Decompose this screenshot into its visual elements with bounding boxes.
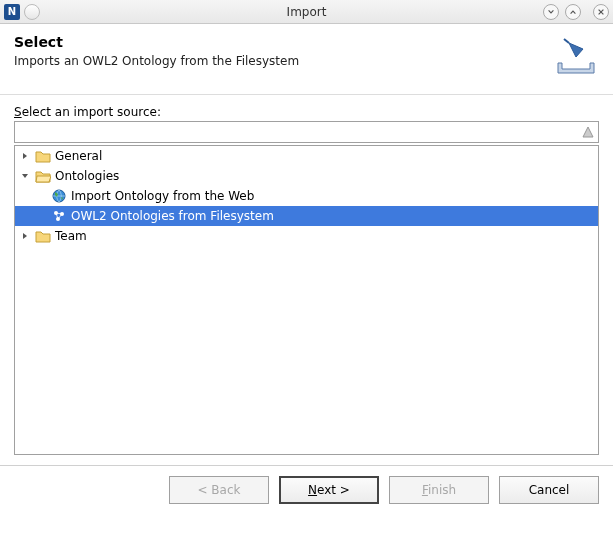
folder-icon <box>35 149 51 163</box>
wizard-title: Select <box>14 34 299 50</box>
import-icon <box>553 34 599 80</box>
tree-item-team[interactable]: Team <box>15 226 598 246</box>
expand-icon[interactable] <box>19 230 31 242</box>
filter-row <box>14 121 599 143</box>
titlebar-menu-button[interactable] <box>24 4 40 20</box>
collapse-icon[interactable] <box>19 170 31 182</box>
back-button: < Back <box>169 476 269 504</box>
folder-open-icon <box>35 169 51 183</box>
expander-spacer <box>35 190 47 202</box>
wizard-body: Select an import source: General Ontolo <box>0 95 613 465</box>
tree-item-label: Import Ontology from the Web <box>71 189 254 203</box>
tree-item-label: Ontologies <box>55 169 119 183</box>
wizard-header: Select Imports an OWL2 Ontology from the… <box>0 24 613 95</box>
filter-input[interactable] <box>15 122 578 142</box>
tree-item-owl2-filesystem[interactable]: OWL2 Ontologies from Filesystem <box>15 206 598 226</box>
window-title: Import <box>287 5 327 19</box>
cancel-button[interactable]: Cancel <box>499 476 599 504</box>
wizard-button-bar: < Back Next > Finish Cancel <box>0 465 613 514</box>
globe-icon <box>51 189 67 203</box>
tree-item-label: OWL2 Ontologies from Filesystem <box>71 209 274 223</box>
app-icon: N <box>4 4 20 20</box>
minimize-button[interactable] <box>543 4 559 20</box>
tree-item-general[interactable]: General <box>15 146 598 166</box>
tree-item-label: Team <box>55 229 87 243</box>
close-button[interactable] <box>593 4 609 20</box>
tree-item-import-web[interactable]: Import Ontology from the Web <box>15 186 598 206</box>
maximize-button[interactable] <box>565 4 581 20</box>
expander-spacer <box>35 210 47 222</box>
import-source-tree[interactable]: General Ontologies Import Ontology from … <box>14 145 599 455</box>
folder-icon <box>35 229 51 243</box>
finish-button: Finish <box>389 476 489 504</box>
tree-item-ontologies[interactable]: Ontologies <box>15 166 598 186</box>
next-button[interactable]: Next > <box>279 476 379 504</box>
expand-icon[interactable] <box>19 150 31 162</box>
import-source-label: Select an import source: <box>14 105 599 119</box>
wizard-description: Imports an OWL2 Ontology from the Filesy… <box>14 54 299 68</box>
tree-item-label: General <box>55 149 102 163</box>
ontology-file-icon <box>51 209 67 223</box>
clear-filter-icon[interactable] <box>578 126 598 138</box>
titlebar: N Import <box>0 0 613 24</box>
